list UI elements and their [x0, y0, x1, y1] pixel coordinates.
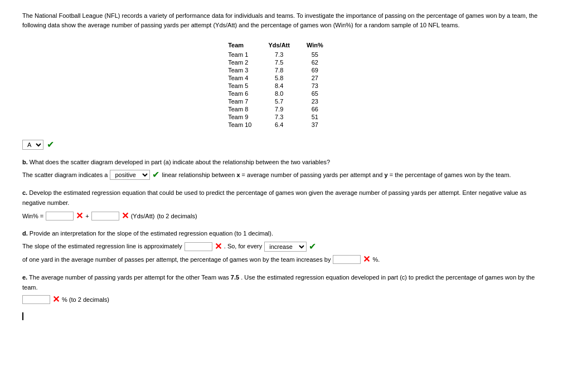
part-d-sentence-end: of one yard in the average number of pas…: [22, 254, 331, 266]
part-c-decimals: (to 2 decimals): [157, 212, 197, 222]
part-a-check-icon: ✔: [47, 140, 54, 149]
table-cell-r8-c0: Team 9: [228, 113, 268, 121]
part-b-label: b.: [22, 159, 28, 165]
table-cell-r4-c1: 8.4: [268, 82, 307, 90]
table-cell-r9-c2: 37: [307, 121, 340, 129]
table-row: Team 106.437: [228, 121, 340, 129]
part-c-cross2: ✕: [122, 212, 129, 220]
part-e-bold-value: 7.5: [231, 274, 239, 281]
part-b-question: What does the scatter diagram developed …: [30, 159, 330, 165]
table-cell-r3-c2: 27: [307, 74, 340, 82]
table-cell-r2-c1: 7.8: [268, 66, 307, 74]
part-e-cross: ✕: [52, 295, 60, 304]
table-cell-r0-c0: Team 1: [228, 51, 268, 58]
part-d-input2[interactable]: [333, 255, 361, 264]
table-cell-r8-c1: 7.3: [268, 113, 307, 121]
part-c-cross1: ✕: [76, 212, 83, 220]
table-cell-r8-c2: 51: [307, 113, 340, 121]
table-cell-r5-c0: Team 6: [228, 90, 268, 97]
intro-paragraph: The National Football League (NFL) recor…: [22, 11, 546, 30]
part-d-check-icon: ✔: [309, 242, 316, 251]
table-cell-r6-c0: Team 7: [228, 97, 268, 105]
part-b-section: b. What does the scatter diagram develop…: [22, 158, 546, 180]
table-row: Team 37.869: [228, 66, 340, 74]
part-d-sentence-start: The slope of the estimated regression li…: [22, 241, 182, 252]
table-cell-r9-c0: Team 10: [228, 121, 268, 129]
table-cell-r5-c1: 8.0: [268, 90, 307, 97]
part-b-sentence-start: The scatter diagram indicates a: [22, 170, 108, 181]
table-cell-r0-c2: 55: [307, 51, 340, 58]
table-cell-r5-c2: 65: [307, 90, 340, 97]
part-c-input1[interactable]: [46, 212, 74, 220]
part-c-plus: +: [85, 212, 89, 222]
table-row: Team 17.355: [228, 51, 340, 58]
part-a-section: A B C D ✔: [22, 140, 546, 150]
part-c-section: c. Develop the estimated regression equa…: [22, 188, 546, 221]
table-cell-r1-c2: 62: [307, 58, 340, 66]
table-row: Team 58.473: [228, 82, 340, 90]
table-cell-r0-c1: 7.3: [268, 51, 307, 58]
part-d-question: Provide an interpretation for the slope …: [30, 230, 273, 237]
table-cell-r1-c0: Team 2: [228, 58, 268, 66]
data-table-container: Team Yds/Att Win% Team 17.355Team 27.562…: [22, 41, 546, 129]
table-cell-r3-c1: 5.8: [268, 74, 307, 82]
table-row: Team 87.966: [228, 105, 340, 113]
table-cell-r3-c0: Team 4: [228, 74, 268, 82]
table-cell-r9-c1: 6.4: [268, 121, 307, 129]
table-cell-r4-c2: 73: [307, 82, 340, 90]
part-c-yds-label: (Yds/Att): [131, 212, 155, 222]
part-d-dropdown[interactable]: increase decrease: [264, 242, 307, 252]
table-row: Team 75.723: [228, 97, 340, 105]
part-b-linear-text: linear relationship between x = average …: [162, 170, 511, 181]
table-cell-r1-c1: 7.5: [268, 58, 307, 66]
table-cell-r7-c1: 7.9: [268, 105, 307, 113]
table-row: Team 97.351: [228, 113, 340, 121]
part-d-cross2: ✕: [363, 255, 370, 264]
part-b-dropdown[interactable]: positive negative no: [110, 170, 150, 180]
table-cell-r6-c2: 23: [307, 97, 340, 105]
table-cell-r6-c1: 5.7: [268, 97, 307, 105]
data-table: Team Yds/Att Win% Team 17.355Team 27.562…: [228, 41, 340, 129]
table-cell-r4-c0: Team 5: [228, 82, 268, 90]
part-e-question-start: The average number of passing yards per …: [29, 274, 229, 281]
table-cell-r2-c2: 69: [307, 66, 340, 74]
part-d-sentence-middle: . So, for every: [224, 241, 262, 252]
part-d-section: d. Provide an interpretation for the slo…: [22, 229, 546, 265]
table-row: Team 45.827: [228, 74, 340, 82]
part-c-label: c.: [22, 189, 27, 196]
win-label: Win% =: [22, 212, 43, 222]
col-win-header: Win%: [307, 41, 340, 51]
part-c-question: Develop the estimated regression equatio…: [22, 189, 526, 206]
part-a-dropdown[interactable]: A B C D: [22, 140, 43, 150]
part-e-label: e.: [22, 274, 27, 281]
part-e-percent-note: % (to 2 decimals): [62, 295, 109, 305]
part-c-input2[interactable]: [91, 212, 119, 220]
table-row: Team 68.065: [228, 90, 340, 97]
part-b-check-icon: ✔: [152, 170, 159, 179]
part-d-input1[interactable]: [185, 242, 212, 251]
table-cell-r7-c2: 66: [307, 105, 340, 113]
part-e-section: e. The average number of passing yards p…: [22, 273, 546, 305]
cursor: [22, 312, 23, 320]
table-cell-r2-c0: Team 3: [228, 66, 268, 74]
col-team-header: Team: [228, 41, 268, 51]
part-e-input[interactable]: [22, 295, 50, 304]
part-d-label: d.: [22, 230, 28, 237]
col-yds-header: Yds/Att: [268, 41, 307, 51]
part-d-percent: %.: [372, 254, 380, 266]
table-row: Team 27.562: [228, 58, 340, 66]
part-d-cross1: ✕: [215, 242, 222, 251]
table-cell-r7-c0: Team 8: [228, 105, 268, 113]
